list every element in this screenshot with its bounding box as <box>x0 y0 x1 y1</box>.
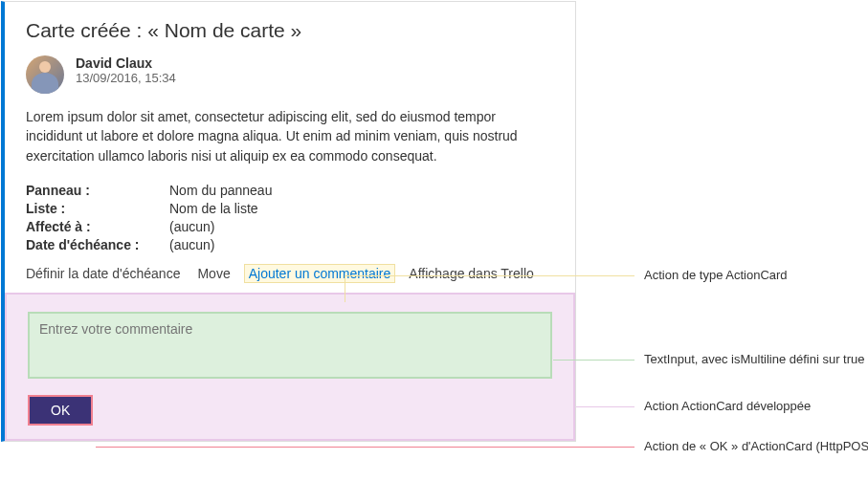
fact-label: Liste : <box>26 201 169 216</box>
description: Lorem ipsum dolor sit amet, consectetur … <box>26 107 554 165</box>
fact-value: Nom du panneau <box>169 183 272 198</box>
facts-list: Panneau : Nom du panneau Liste : Nom de … <box>26 183 554 252</box>
annotation-textinput: TextInput, avec isMultiline défini sur t… <box>644 352 865 366</box>
author-row: David Claux 13/09/2016, 15:34 <box>26 55 554 94</box>
fact-row: Panneau : Nom du panneau <box>26 183 554 198</box>
callout-line <box>96 447 634 448</box>
action-view-trello[interactable]: Affichage dans Trello <box>409 266 534 281</box>
card-title: Carte créée : « Nom de carte » <box>26 19 554 42</box>
expanded-action-card: OK <box>5 293 575 441</box>
author-meta: David Claux 13/09/2016, 15:34 <box>76 55 176 85</box>
fact-value: (aucun) <box>169 237 214 252</box>
fact-value: Nom de la liste <box>169 201 258 216</box>
actions-row: Définir la date d'échéance Move Ajouter … <box>26 266 554 281</box>
fact-value: (aucun) <box>169 219 214 234</box>
annotation-actioncard-type: Action de type ActionCard <box>644 268 788 282</box>
fact-label: Date d'échéance : <box>26 237 169 252</box>
callout-line <box>553 360 634 361</box>
ok-button[interactable]: OK <box>28 395 93 426</box>
annotation-ok-httppost: Action de « OK » d'ActionCard (HttpPOST) <box>644 439 868 453</box>
author-date: 13/09/2016, 15:34 <box>76 71 176 85</box>
action-set-due-date[interactable]: Définir la date d'échéance <box>26 266 180 281</box>
comment-input[interactable] <box>28 312 552 379</box>
fact-label: Affecté à : <box>26 219 169 234</box>
fact-row: Date d'échéance : (aucun) <box>26 237 554 252</box>
fact-label: Panneau : <box>26 183 169 198</box>
avatar <box>26 55 64 94</box>
annotation-expanded: Action ActionCard développée <box>644 399 811 413</box>
author-name: David Claux <box>76 55 176 71</box>
action-move[interactable]: Move <box>197 266 230 281</box>
callout-line <box>345 275 345 302</box>
fact-row: Liste : Nom de la liste <box>26 201 554 216</box>
action-add-comment[interactable]: Ajouter un commentaire <box>244 264 396 283</box>
message-card: Carte créée : « Nom de carte » David Cla… <box>1 1 576 442</box>
callout-line <box>576 406 634 407</box>
callout-line <box>345 275 634 276</box>
fact-row: Affecté à : (aucun) <box>26 219 554 234</box>
